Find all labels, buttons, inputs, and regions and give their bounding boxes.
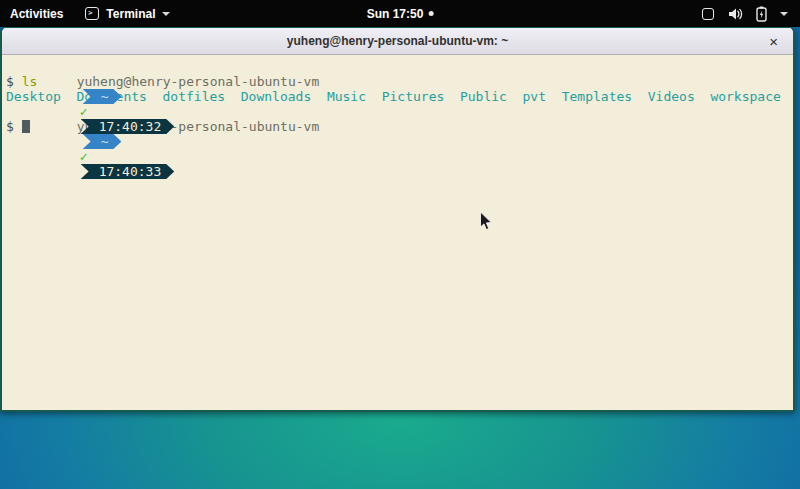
directory-name: workspace (710, 89, 780, 104)
directory-name: Templates (562, 89, 632, 104)
top-bar: Activities > Terminal Sun 17:50 (0, 0, 800, 27)
terminal-content[interactable]: yuheng@henry-personal-ubuntu-vm ~ ✓ 17:4… (2, 56, 793, 410)
window-title: yuheng@henry-personal-ubuntu-vm: ~ (287, 34, 508, 48)
clock-label: Sun 17:50 (367, 7, 424, 21)
system-tray-button[interactable] (694, 0, 796, 27)
terminal-cursor (22, 120, 30, 133)
directory-name: pvt (523, 89, 546, 104)
battery-charging-icon (756, 6, 767, 22)
directory-name: Videos (648, 89, 695, 104)
screen-icon (702, 8, 714, 20)
prompt-time-segment: 17:40:33 (81, 164, 175, 179)
directory-name: Public (460, 89, 507, 104)
prompt-time-segment: 17:40:32 (81, 119, 175, 134)
prompt-cwd-segment: ~ (83, 134, 122, 149)
window-titlebar[interactable]: yuheng@henry-personal-ubuntu-vm: ~ × (2, 28, 793, 55)
status-check-icon: ✓ (80, 149, 88, 164)
directory-name: Desktop (6, 89, 61, 104)
mouse-cursor-icon (479, 211, 493, 232)
prompt-symbol: $ (6, 119, 14, 134)
chevron-down-icon (780, 12, 788, 16)
close-button[interactable]: × (769, 34, 778, 49)
volume-icon (727, 7, 743, 21)
prompt-line: yuheng@henry-personal-ubuntu-vm ~ ✓ 17:4… (6, 104, 793, 119)
prompt-line: yuheng@henry-personal-ubuntu-vm ~ ✓ 17:4… (6, 59, 793, 74)
directory-name: Downloads (241, 89, 311, 104)
activities-button[interactable]: Activities (0, 0, 75, 27)
app-menu-button[interactable]: > Terminal (75, 0, 180, 27)
directory-name: Music (327, 89, 366, 104)
clock-button[interactable]: Sun 17:50 (367, 0, 434, 27)
prompt-user-host: yuheng@henry-personal-ubuntu-vm (77, 74, 320, 89)
terminal-icon: > (85, 7, 99, 20)
directory-name: dotfiles (163, 89, 226, 104)
ls-output-line: DesktopDocumentsdotfilesDownloadsMusicPi… (6, 89, 793, 104)
desktop-background: Activities > Terminal Sun 17:50 (0, 0, 800, 489)
chevron-down-icon (162, 12, 170, 16)
notification-dot-icon (428, 11, 433, 16)
app-menu-label: Terminal (106, 7, 155, 21)
status-check-icon: ✓ (80, 104, 88, 119)
terminal-window: yuheng@henry-personal-ubuntu-vm: ~ × yuh… (0, 27, 795, 412)
prompt-symbol: $ (6, 74, 14, 89)
directory-name: Pictures (382, 89, 445, 104)
command-text: ls (22, 74, 38, 89)
